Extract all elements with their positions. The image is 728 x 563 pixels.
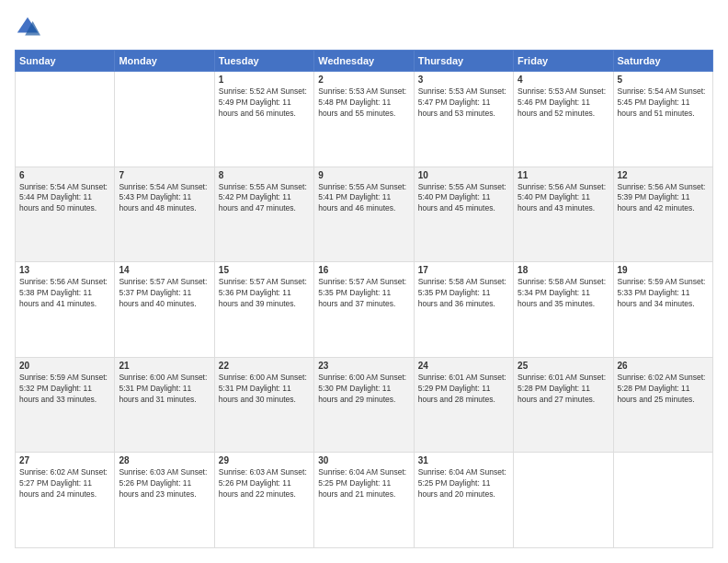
calendar-cell [613,453,712,548]
calendar-cell: 21Sunrise: 6:00 AM Sunset: 5:31 PM Dayli… [115,357,214,453]
calendar-cell: 31Sunrise: 6:04 AM Sunset: 5:25 PM Dayli… [414,453,513,548]
calendar-cell: 14Sunrise: 5:57 AM Sunset: 5:37 PM Dayli… [115,262,214,358]
calendar-week-4: 20Sunrise: 5:59 AM Sunset: 5:32 PM Dayli… [16,357,713,453]
calendar: SundayMondayTuesdayWednesdayThursdayFrid… [15,50,713,548]
day-number: 22 [219,361,310,371]
calendar-weekday-monday: Monday [115,51,214,72]
calendar-weekday-sunday: Sunday [16,51,115,72]
calendar-cell: 22Sunrise: 6:00 AM Sunset: 5:31 PM Dayli… [214,357,313,453]
day-number: 26 [618,361,709,371]
calendar-weekday-wednesday: Wednesday [314,51,414,72]
day-info: Sunrise: 5:58 AM Sunset: 5:34 PM Dayligh… [518,277,609,310]
day-number: 10 [418,170,509,180]
day-info: Sunrise: 5:59 AM Sunset: 5:33 PM Dayligh… [618,277,709,310]
calendar-cell: 19Sunrise: 5:59 AM Sunset: 5:33 PM Dayli… [613,262,712,358]
calendar-week-3: 13Sunrise: 5:56 AM Sunset: 5:38 PM Dayli… [16,262,713,358]
day-info: Sunrise: 5:56 AM Sunset: 5:40 PM Dayligh… [518,182,609,215]
calendar-cell: 5Sunrise: 5:54 AM Sunset: 5:45 PM Daylig… [613,72,712,167]
calendar-weekday-saturday: Saturday [613,51,712,72]
day-number: 27 [19,455,110,465]
day-number: 19 [618,265,709,275]
day-number: 16 [318,265,409,275]
calendar-cell: 3Sunrise: 5:53 AM Sunset: 5:47 PM Daylig… [414,72,513,167]
day-info: Sunrise: 5:57 AM Sunset: 5:35 PM Dayligh… [318,277,409,310]
calendar-header-row: SundayMondayTuesdayWednesdayThursdayFrid… [16,51,713,72]
calendar-cell [115,72,214,167]
day-info: Sunrise: 5:55 AM Sunset: 5:42 PM Dayligh… [219,182,310,215]
header [15,15,713,40]
day-info: Sunrise: 5:57 AM Sunset: 5:37 PM Dayligh… [119,277,210,310]
day-info: Sunrise: 5:55 AM Sunset: 5:40 PM Dayligh… [418,182,509,215]
calendar-cell: 11Sunrise: 5:56 AM Sunset: 5:40 PM Dayli… [514,167,613,262]
day-number: 12 [618,170,709,180]
day-info: Sunrise: 5:56 AM Sunset: 5:38 PM Dayligh… [19,277,110,310]
calendar-cell: 9Sunrise: 5:55 AM Sunset: 5:41 PM Daylig… [314,167,414,262]
day-number: 2 [318,75,409,85]
day-number: 29 [219,455,310,465]
day-info: Sunrise: 5:53 AM Sunset: 5:48 PM Dayligh… [318,86,409,120]
day-number: 13 [19,265,110,275]
day-number: 15 [219,265,310,275]
calendar-week-1: 1Sunrise: 5:52 AM Sunset: 5:49 PM Daylig… [16,72,713,167]
calendar-cell: 16Sunrise: 5:57 AM Sunset: 5:35 PM Dayli… [314,262,414,358]
calendar-cell: 15Sunrise: 5:57 AM Sunset: 5:36 PM Dayli… [214,262,313,358]
day-info: Sunrise: 5:54 AM Sunset: 5:45 PM Dayligh… [618,86,709,120]
calendar-cell: 25Sunrise: 6:01 AM Sunset: 5:28 PM Dayli… [514,357,613,453]
day-number: 8 [219,170,310,180]
calendar-weekday-tuesday: Tuesday [214,51,313,72]
calendar-cell: 1Sunrise: 5:52 AM Sunset: 5:49 PM Daylig… [214,72,313,167]
day-number: 1 [219,75,310,85]
calendar-cell: 8Sunrise: 5:55 AM Sunset: 5:42 PM Daylig… [214,167,313,262]
day-info: Sunrise: 6:02 AM Sunset: 5:27 PM Dayligh… [19,467,110,500]
calendar-cell: 4Sunrise: 5:53 AM Sunset: 5:46 PM Daylig… [514,72,613,167]
day-number: 5 [618,75,709,85]
day-info: Sunrise: 6:04 AM Sunset: 5:25 PM Dayligh… [418,467,509,500]
day-info: Sunrise: 5:54 AM Sunset: 5:43 PM Dayligh… [119,182,210,215]
calendar-cell: 12Sunrise: 5:56 AM Sunset: 5:39 PM Dayli… [613,167,712,262]
day-number: 28 [119,455,210,465]
calendar-cell: 10Sunrise: 5:55 AM Sunset: 5:40 PM Dayli… [414,167,513,262]
day-number: 4 [518,75,609,85]
day-info: Sunrise: 6:04 AM Sunset: 5:25 PM Dayligh… [318,467,409,500]
day-number: 31 [418,455,509,465]
day-number: 30 [318,455,409,465]
calendar-cell: 23Sunrise: 6:00 AM Sunset: 5:30 PM Dayli… [314,357,414,453]
calendar-weekday-friday: Friday [514,51,613,72]
day-number: 24 [418,361,509,371]
day-number: 25 [518,361,609,371]
calendar-cell: 30Sunrise: 6:04 AM Sunset: 5:25 PM Dayli… [314,453,414,548]
day-number: 7 [119,170,210,180]
calendar-cell: 29Sunrise: 6:03 AM Sunset: 5:26 PM Dayli… [214,453,313,548]
day-number: 17 [418,265,509,275]
day-number: 18 [518,265,609,275]
calendar-weekday-thursday: Thursday [414,51,513,72]
day-info: Sunrise: 6:03 AM Sunset: 5:26 PM Dayligh… [219,467,310,500]
day-info: Sunrise: 6:01 AM Sunset: 5:28 PM Dayligh… [518,373,609,406]
day-info: Sunrise: 5:55 AM Sunset: 5:41 PM Dayligh… [318,182,409,215]
calendar-cell: 28Sunrise: 6:03 AM Sunset: 5:26 PM Dayli… [115,453,214,548]
day-number: 21 [119,361,210,371]
day-number: 11 [518,170,609,180]
day-info: Sunrise: 6:02 AM Sunset: 5:28 PM Dayligh… [618,373,709,406]
day-number: 20 [19,361,110,371]
calendar-cell [16,72,115,167]
day-number: 23 [318,361,409,371]
day-number: 9 [318,170,409,180]
calendar-cell: 18Sunrise: 5:58 AM Sunset: 5:34 PM Dayli… [514,262,613,358]
calendar-cell: 13Sunrise: 5:56 AM Sunset: 5:38 PM Dayli… [16,262,115,358]
day-info: Sunrise: 5:58 AM Sunset: 5:35 PM Dayligh… [418,277,509,310]
day-number: 3 [418,75,509,85]
day-info: Sunrise: 6:00 AM Sunset: 5:31 PM Dayligh… [219,373,310,406]
day-info: Sunrise: 6:00 AM Sunset: 5:30 PM Dayligh… [318,373,409,406]
calendar-cell: 7Sunrise: 5:54 AM Sunset: 5:43 PM Daylig… [115,167,214,262]
day-info: Sunrise: 5:52 AM Sunset: 5:49 PM Dayligh… [219,86,310,120]
calendar-cell: 27Sunrise: 6:02 AM Sunset: 5:27 PM Dayli… [16,453,115,548]
day-info: Sunrise: 5:59 AM Sunset: 5:32 PM Dayligh… [19,373,110,406]
day-info: Sunrise: 5:53 AM Sunset: 5:47 PM Dayligh… [418,86,509,120]
day-info: Sunrise: 6:03 AM Sunset: 5:26 PM Dayligh… [119,467,210,500]
calendar-week-2: 6Sunrise: 5:54 AM Sunset: 5:44 PM Daylig… [16,167,713,262]
calendar-week-5: 27Sunrise: 6:02 AM Sunset: 5:27 PM Dayli… [16,453,713,548]
calendar-cell: 2Sunrise: 5:53 AM Sunset: 5:48 PM Daylig… [314,72,414,167]
day-info: Sunrise: 5:57 AM Sunset: 5:36 PM Dayligh… [219,277,310,310]
page: SundayMondayTuesdayWednesdayThursdayFrid… [0,0,728,563]
